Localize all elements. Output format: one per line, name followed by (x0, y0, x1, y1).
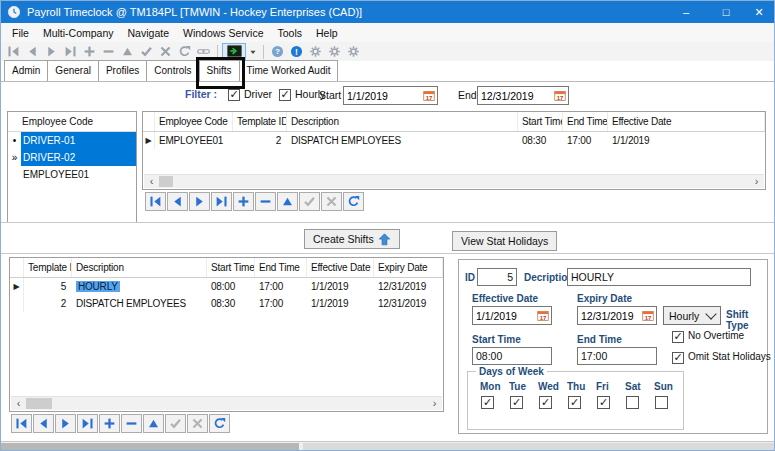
grid-cell[interactable]: 1/1/2019 (608, 132, 765, 149)
view-stat-holidays-button[interactable]: View Stat Holidays (452, 231, 557, 251)
column-header-effective-date[interactable]: Effective Date (608, 112, 765, 131)
nav-post-button[interactable] (165, 414, 186, 433)
table-row[interactable]: ▶EMPLOYEE012DISPATCH EMPLOYEES08:3017:00… (143, 132, 765, 149)
toolbar-add-icon[interactable] (80, 43, 99, 60)
minimize-button[interactable]: – (666, 1, 706, 23)
toolbar-gear-icon[interactable] (325, 43, 344, 60)
nav-refresh-button[interactable] (209, 414, 230, 433)
tab-time-worked-audit[interactable]: Time Worked Audit (239, 60, 339, 81)
toolbar-prev-icon[interactable] (23, 43, 42, 60)
column-header-template-id[interactable]: Template ID (233, 112, 287, 131)
day-checkbox-wed[interactable] (539, 396, 552, 409)
driver-checkbox[interactable] (228, 89, 240, 101)
grid-cell[interactable]: EMPLOYEE01 (155, 132, 233, 149)
menu-tools[interactable]: Tools (271, 25, 310, 41)
grid-cell[interactable]: 5 (24, 278, 72, 295)
nav-prev-button[interactable] (33, 414, 54, 433)
nav-delete-button[interactable] (255, 192, 276, 211)
omit-stat-holidays-checkbox[interactable] (672, 352, 684, 364)
day-checkbox-mon[interactable] (481, 396, 494, 409)
menu-windows-service[interactable]: Windows Service (176, 25, 271, 41)
menu-file[interactable]: File (5, 25, 36, 41)
end-time-field[interactable] (577, 347, 657, 365)
toolbar-dropdown-arrow-icon[interactable] (246, 43, 259, 60)
grid-cell[interactable]: 17:00 (563, 132, 608, 149)
grid-cell[interactable]: 08:00 (207, 278, 255, 295)
effective-date-calendar-icon[interactable]: 17 (535, 309, 550, 323)
scrollbar-thumb[interactable] (26, 398, 52, 409)
grid-cell[interactable]: 17:00 (255, 295, 307, 312)
tab-controls[interactable]: Controls (146, 60, 199, 81)
maximize-button[interactable]: □ (706, 1, 746, 23)
nav-cancel-button[interactable] (321, 192, 342, 211)
grid-cell[interactable]: 08:30 (518, 132, 563, 149)
toolbar-delete-icon[interactable] (99, 43, 118, 60)
horizontal-scrollbar[interactable]: ‹› (11, 396, 442, 410)
day-checkbox-tue[interactable] (510, 396, 523, 409)
nav-next-button[interactable] (189, 192, 210, 211)
nav-prev-button[interactable] (167, 192, 188, 211)
expiry-date-calendar-icon[interactable]: 17 (640, 309, 655, 323)
nav-post-button[interactable] (299, 192, 320, 211)
column-header-description[interactable]: Description (72, 258, 207, 277)
tab-general[interactable]: General (47, 60, 99, 81)
grid-cell[interactable]: 12/31/2019 (374, 295, 443, 312)
tab-profiles[interactable]: Profiles (98, 60, 147, 81)
column-header-end-time[interactable]: End Time (255, 258, 307, 277)
nav-add-button[interactable] (99, 414, 120, 433)
toolbar-refresh-icon[interactable] (175, 43, 194, 60)
toolbar-first-icon[interactable] (4, 43, 23, 60)
id-field[interactable] (477, 268, 517, 286)
day-checkbox-fri[interactable] (597, 396, 610, 409)
column-header-template-id[interactable]: Template ID (24, 258, 72, 277)
grid-cell[interactable]: 1/1/2019 (307, 295, 374, 312)
toolbar-post-icon[interactable] (137, 43, 156, 60)
nav-delete-button[interactable] (121, 414, 142, 433)
employee-list-header[interactable]: Employee Code (8, 112, 136, 132)
hourly-checkbox[interactable] (279, 89, 291, 101)
nav-refresh-button[interactable] (343, 192, 364, 211)
nav-add-button[interactable] (233, 192, 254, 211)
nav-edit-button[interactable] (277, 192, 298, 211)
start-date-calendar-icon[interactable]: 17 (421, 89, 436, 103)
nav-first-button[interactable] (145, 192, 166, 211)
nav-last-button[interactable] (77, 414, 98, 433)
column-header-effective-date[interactable]: Effective Date (307, 258, 374, 277)
toolbar-gear-icon[interactable] (344, 43, 363, 60)
shift-type-dropdown[interactable]: Hourly (663, 306, 721, 325)
toolbar-link-icon[interactable] (194, 43, 213, 60)
close-button[interactable]: ✕ (742, 1, 775, 23)
day-checkbox-thu[interactable] (568, 396, 581, 409)
day-checkbox-sun[interactable] (655, 396, 668, 409)
column-header-expiry-date[interactable]: Expiry Date (374, 258, 443, 277)
table-row[interactable]: 2DISPATCH EMPLOYEES08:3017:001/1/201912/… (10, 295, 443, 312)
toolbar-gear-icon[interactable] (306, 43, 325, 60)
start-date-input[interactable] (344, 89, 421, 103)
toolbar-terminal-icon[interactable] (222, 43, 246, 60)
no-overtime-checkbox[interactable] (672, 331, 684, 343)
menu-multi-company[interactable]: Multi-Company (36, 25, 121, 41)
nav-cancel-button[interactable] (187, 414, 208, 433)
nav-first-button[interactable] (11, 414, 32, 433)
start-time-field[interactable] (472, 347, 552, 365)
list-item[interactable]: •DRIVER-01 (8, 132, 136, 149)
grid-cell[interactable]: DISPATCH EMPLOYEES (72, 295, 207, 312)
day-checkbox-sat[interactable] (626, 396, 639, 409)
grid-cell[interactable]: 12/31/2019 (374, 278, 443, 295)
grid-cell[interactable]: 2 (233, 132, 287, 149)
table-row[interactable]: ▶5HOURLY08:0017:001/1/201912/31/2019 (10, 278, 443, 295)
toolbar-info-icon[interactable]: ! (287, 43, 306, 60)
grid-cell[interactable]: 2 (24, 295, 72, 312)
scroll-left-arrow-icon[interactable]: ‹ (145, 175, 158, 188)
toolbar-help-icon[interactable]: ? (268, 43, 287, 60)
menu-navigate[interactable]: Navigate (121, 25, 176, 41)
scrollbar-thumb[interactable] (159, 176, 173, 187)
scroll-right-arrow-icon[interactable]: › (750, 175, 763, 188)
toolbar-edit-icon[interactable] (118, 43, 137, 60)
column-header-start-time[interactable]: Start Time (207, 258, 255, 277)
grid-cell[interactable]: HOURLY (72, 278, 207, 295)
column-header-start-time[interactable]: Start Time (518, 112, 563, 131)
menu-help[interactable]: Help (309, 25, 345, 41)
toolbar-cancel-icon[interactable] (156, 43, 175, 60)
tab-admin[interactable]: Admin (4, 60, 48, 81)
